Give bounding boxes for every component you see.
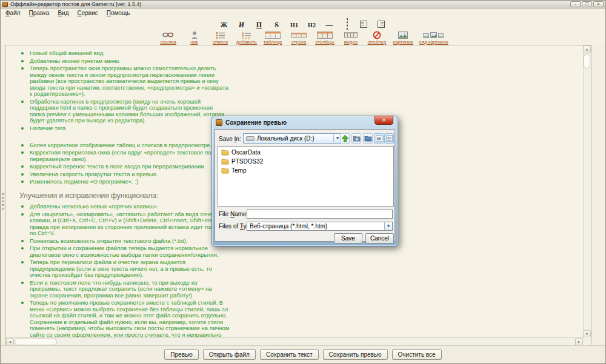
files-of-type-value: Веб-страница (*.html, *.htm) <box>250 223 327 230</box>
quote-icon <box>347 18 348 30</box>
save-in-value: Локальный диск (D:) <box>257 135 315 142</box>
vertical-scroll-thumb[interactable] <box>584 54 590 68</box>
menu-file[interactable]: Файл <box>5 10 21 16</box>
bold-button[interactable]: Ж <box>219 19 229 30</box>
up-one-level-button[interactable] <box>340 133 350 144</box>
list-item: Для «вырезать», «копировать», «вставить»… <box>19 211 230 237</box>
app-icon <box>2 2 8 7</box>
bullet-icon <box>21 302 24 304</box>
strikethrough-icon: S <box>275 21 279 29</box>
history-folder-button[interactable] <box>351 133 361 144</box>
bullet-icon <box>21 165 24 168</box>
dialog-close-button[interactable]: × <box>375 116 393 125</box>
bullet-icon <box>21 60 24 62</box>
h2-button[interactable]: H2 <box>307 19 317 30</box>
horizontal-scroll-thumb[interactable] <box>15 339 57 345</box>
folder-row[interactable]: OscarData <box>218 148 393 157</box>
list-item: Изменилось подменю «О программе». :) <box>19 179 230 185</box>
disk-icon <box>246 136 255 141</box>
bullet-icon <box>21 144 24 147</box>
h1-button[interactable]: H1 <box>290 19 299 30</box>
bullet-icon <box>21 180 24 183</box>
bullet-icon <box>21 282 24 284</box>
strikethrough-button[interactable]: S <box>272 19 282 30</box>
block-left-button[interactable] <box>360 21 370 28</box>
window-controls: – □ × <box>570 1 604 7</box>
folder-icon <box>221 158 229 165</box>
bullet-icon <box>21 205 24 208</box>
image-row-button[interactable]: ряд картинок <box>419 31 448 45</box>
dialog-body: Save In: Локальный диск (D:) ▼ <box>215 129 395 242</box>
list-item: Добавлены иконки пунктам меню. <box>19 58 230 65</box>
row-button[interactable]: строка <box>288 31 309 45</box>
toolbar-label: спойлер <box>368 39 387 45</box>
scroll-up-icon[interactable]: ▲ <box>583 45 591 53</box>
video-button[interactable]: видео <box>341 31 361 45</box>
save-preview-dialog: Сохранение превью × Save In: Локальный д… <box>211 116 398 247</box>
close-button[interactable]: × <box>593 1 604 7</box>
menu-edit[interactable]: Правка <box>29 10 50 16</box>
spoiler-button[interactable]: спойлер <box>367 31 387 45</box>
bullet-icon <box>21 247 24 250</box>
action-button[interactable]: Открыть файл <box>203 349 256 360</box>
folder-row[interactable]: Temp <box>218 166 393 175</box>
underline-button[interactable]: П <box>255 19 264 30</box>
list-button[interactable]: список <box>210 31 231 45</box>
action-button[interactable]: Сохранить текст <box>260 349 319 360</box>
section-heading: Улучшения и исправления функционала: <box>19 193 230 199</box>
menu-help[interactable]: Помощь <box>107 10 130 16</box>
hr-button[interactable]: — <box>325 19 335 30</box>
new-folder-button[interactable] <box>363 133 373 144</box>
bullet-icon <box>21 127 24 130</box>
columns-button[interactable]: столбцы <box>315 31 335 45</box>
list-view-button[interactable] <box>374 133 384 144</box>
quote-button[interactable] <box>342 19 352 30</box>
menu-service[interactable]: Сервис <box>77 10 98 16</box>
save-in-label: Save In: <box>219 136 241 142</box>
block-right-icon <box>378 21 385 28</box>
action-button[interactable]: Сохранить превью <box>323 349 388 360</box>
action-button[interactable]: Очистить все <box>392 349 442 360</box>
toolbar: Ж И П S H1 H2 — ссылка ник список <box>1 17 605 45</box>
list-item: Наличие тега <box>19 125 230 132</box>
vertical-scrollbar[interactable]: ▲ ▼ <box>583 45 591 338</box>
cancel-button[interactable]: Cancel <box>365 233 394 243</box>
list-icon <box>216 31 225 39</box>
block-right-button[interactable] <box>378 21 387 28</box>
action-button[interactable]: Превью <box>164 349 198 360</box>
horizontal-scrollbar[interactable]: ◀ ▶ <box>6 337 583 345</box>
save-button[interactable]: Save <box>334 233 362 243</box>
h2-icon: H2 <box>308 22 316 28</box>
new-folder-icon <box>364 135 372 142</box>
files-of-type-combo[interactable]: Веб-страница (*.html, *.htm) ▼ <box>247 222 393 231</box>
toolbar-label: таблица <box>264 39 282 45</box>
minimize-button[interactable]: – <box>570 1 581 7</box>
list-item: Добавлены несколько новых «горячих клави… <box>19 204 230 210</box>
toolbar-label: видео <box>344 39 358 45</box>
details-view-button[interactable] <box>384 133 394 144</box>
save-in-combo[interactable]: Локальный диск (D:) ▼ <box>243 133 343 144</box>
image-row-icon <box>423 31 444 39</box>
splitter-handle[interactable] <box>1 193 5 211</box>
folder-list[interactable]: OscarData PTSDOS32 Temp <box>218 146 394 207</box>
toolbar-label: картинка <box>393 39 413 45</box>
h1-icon: H1 <box>290 22 298 28</box>
toolbar-label: список <box>213 39 228 45</box>
table-icon <box>265 31 281 39</box>
menu-view[interactable]: Вид <box>58 10 68 16</box>
italic-button[interactable]: И <box>237 19 247 30</box>
bullet-icon <box>21 261 24 263</box>
nick-button[interactable]: ник <box>184 31 205 45</box>
table-button[interactable]: таблица <box>262 31 283 45</box>
folder-row[interactable]: PTSDOS32 <box>218 157 393 166</box>
link-button[interactable]: ссылка <box>158 31 179 45</box>
image-button[interactable]: картинка <box>393 31 413 45</box>
nick-icon <box>191 31 198 39</box>
list-item: Новый общий внешний вид. <box>19 50 230 57</box>
block-left-icon <box>360 21 367 28</box>
add-button[interactable]: добавить <box>236 31 258 45</box>
maximize-button[interactable]: □ <box>582 1 592 7</box>
file-name-input[interactable] <box>247 210 393 219</box>
bullet-icon <box>21 240 24 242</box>
format-toolbar: Ж И П S H1 H2 — <box>1 18 605 30</box>
